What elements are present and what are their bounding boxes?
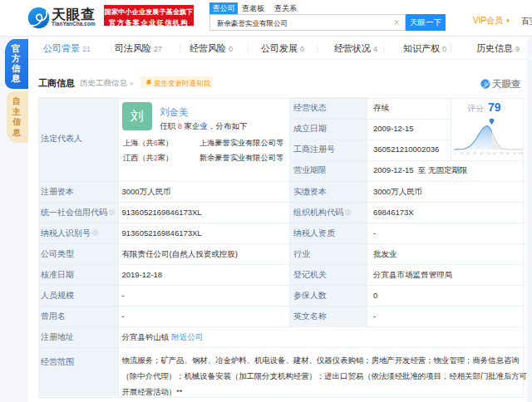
- svg-text:100: 100: [518, 152, 523, 155]
- svg-text:20: 20: [466, 152, 470, 155]
- svg-text:50: 50: [486, 152, 490, 155]
- svg-text:80: 80: [506, 152, 510, 155]
- svg-text:70: 70: [500, 152, 503, 155]
- svg-text:10: 10: [460, 152, 463, 155]
- svg-text:60: 60: [493, 152, 496, 155]
- svg-text:0: 0: [454, 152, 456, 155]
- svg-text:40: 40: [480, 152, 483, 155]
- svg-text:90: 90: [513, 152, 516, 155]
- svg-text:30: 30: [473, 152, 476, 155]
